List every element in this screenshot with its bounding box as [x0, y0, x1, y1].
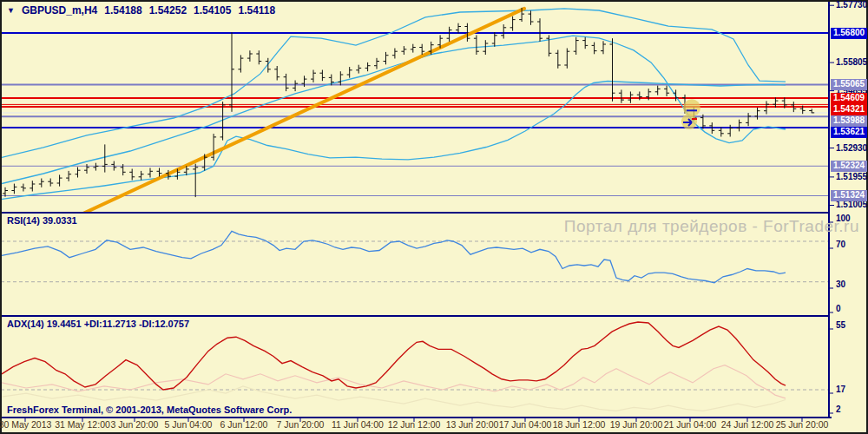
- rsi-line: [2, 231, 786, 283]
- ohlc-low: 1.54105: [194, 4, 231, 16]
- rsi-panel[interactable]: [1, 231, 829, 283]
- trade-markers[interactable]: [681, 99, 700, 129]
- copyright-text: FreshForex Terminal, © 2001-2013, MetaQu…: [7, 404, 292, 415]
- adx-indicator-label: ADX(14) 19.4451 +DI:11.2713 -DI:12.0757: [7, 319, 189, 329]
- bollinger-bands: [0, 9, 786, 200]
- rsi-indicator-label: RSI(14) 39.0331: [7, 215, 77, 226]
- panel-separators: [0, 0, 834, 422]
- horizontal-level-lines[interactable]: [1, 33, 829, 196]
- marker-highlight: [683, 99, 700, 116]
- trading-terminal-window: ▼ GBPUSD_m,H4 1.54188 1.54252 1.54105 1.…: [0, 0, 868, 434]
- symbol-dropdown-icon[interactable]: ▼: [7, 6, 15, 15]
- symbol-timeframe-label: GBPUSD_m,H4: [22, 4, 97, 16]
- bollinger-middle-line: [0, 36, 786, 184]
- watermark: Портал для трейдеров - ForTrader.ru: [564, 217, 859, 236]
- ohlc-open: 1.54188: [104, 4, 141, 16]
- adx-line: [2, 322, 786, 390]
- ohlc-close: 1.54118: [238, 4, 275, 16]
- chart-header: ▼ GBPUSD_m,H4 1.54188 1.54252 1.54105 1.…: [7, 4, 275, 16]
- main-chart-panel[interactable]: [0, 8, 829, 218]
- ohlc-high: 1.54252: [149, 4, 187, 16]
- adx-panel[interactable]: [1, 322, 829, 411]
- minus-di-line: [2, 365, 786, 398]
